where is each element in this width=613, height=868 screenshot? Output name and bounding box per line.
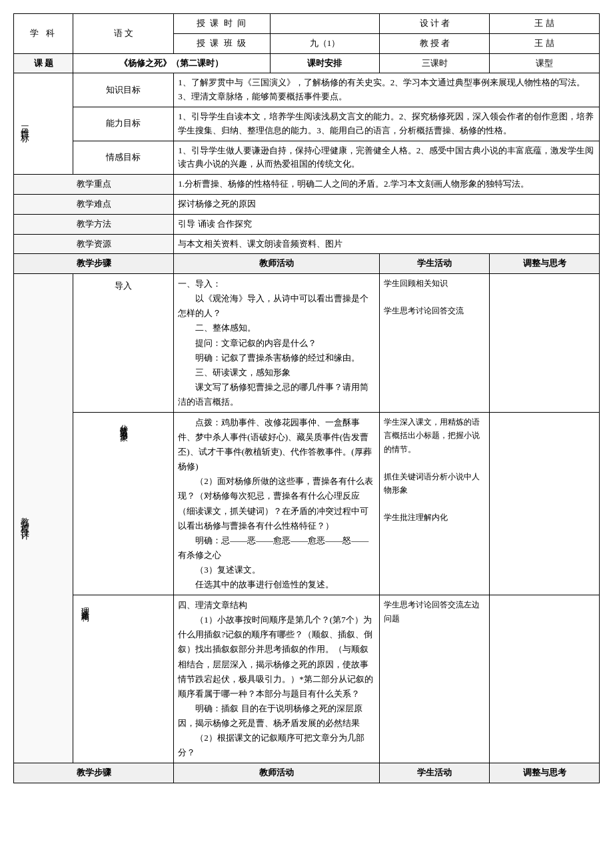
designer-value: 王 喆 <box>490 14 600 34</box>
method-label: 教学方法 <box>14 214 174 234</box>
method-value: 引导 诵读 合作探究 <box>174 214 600 234</box>
structure-content: 四、理清文章结构 （1）小故事按时间顺序是第几个？(第7个）为什么用插叙?记叙的… <box>174 595 380 763</box>
steps-header-col3: 学生活动 <box>380 254 490 274</box>
footer-col2: 教师活动 <box>174 763 380 783</box>
designer-label: 设 计 者 <box>380 14 490 34</box>
teacher-label: 教 授 者 <box>380 33 490 53</box>
course-title-value: 《杨修之死》（第二课时） <box>73 53 270 73</box>
intro-label: 导入 <box>73 274 174 413</box>
subject-value: 语 文 <box>73 14 174 54</box>
footer-col3: 学生活动 <box>380 763 490 783</box>
course-title-label: 课 题 <box>14 53 73 73</box>
intro-notes <box>490 274 600 413</box>
time-value <box>270 14 380 34</box>
ability-value: 1、引导学生自读本文，培养学生阅读浅易文言文的能力。2、探究杨修死因，深入领会作… <box>174 107 600 141</box>
analysis-label: 分析情节人物形象 <box>73 413 174 595</box>
process-label: 教学过程设计 <box>14 274 73 763</box>
course-type-label: 课型 <box>490 53 600 73</box>
subject-label: 学 科 <box>14 14 73 54</box>
key-points-label: 教学重点 <box>14 175 174 195</box>
resources-value: 与本文相关资料、课文朗读音频资料、图片 <box>174 234 600 254</box>
emotion-label: 情感目标 <box>73 141 174 175</box>
difficulty-value: 探讨杨修之死的原因 <box>174 194 600 214</box>
structure-notes <box>490 595 600 763</box>
intro-student: 学生回顾相关知识 学生思考讨论回答交流 <box>380 274 490 413</box>
structure-label: 理清文章结构 <box>73 595 174 763</box>
steps-header-col2: 教师活动 <box>174 254 380 274</box>
intro-content: 一、导入： 以《观沧海》导入，从诗中可以看出曹操是个怎样的人？ 二、整体感知。 … <box>174 274 380 413</box>
steps-header-col1: 教学步骤 <box>14 254 174 274</box>
ability-label: 能力目标 <box>73 107 174 141</box>
arrangement-value: 三课时 <box>380 53 490 73</box>
footer-col4: 调整与思考 <box>490 763 600 783</box>
resources-label: 教学资源 <box>14 234 174 254</box>
footer-col1: 教学步骤 <box>14 763 174 783</box>
time-label: 授 课 时 间 <box>174 14 270 34</box>
emotion-value: 1、引导学生做人要谦逊自持，保持心理健康，完善健全人格。2、感受中国古典小说的丰… <box>174 141 600 175</box>
structure-student: 学生思考讨论回答交流左边问题 <box>380 595 490 763</box>
analysis-content: 点拨：鸡肋事件、改修花园事仲、一盒酥事件、梦中杀人事件(语破好心)、藏吴质事件(… <box>174 413 380 595</box>
analysis-student: 学生深入课文，用精炼的语言概括出小标题，把握小说的情节。 抓住关键词语分析小说中… <box>380 413 490 595</box>
arrangement-label: 课时安排 <box>270 53 380 73</box>
analysis-notes <box>490 413 600 595</box>
teacher-value: 王 喆 <box>490 33 600 53</box>
knowledge-label: 知识目标 <box>73 73 174 107</box>
difficulty-label: 教学难点 <box>14 194 174 214</box>
steps-header-col4: 调整与思考 <box>490 254 600 274</box>
class-label: 授 课 班 级 <box>174 33 270 53</box>
objectives-section-label: 三维目标 <box>14 73 73 175</box>
key-points-value: 1.分析曹操、杨修的性格特征，明确二人之间的矛盾。2.学习本文刻画人物形象的独特… <box>174 175 600 195</box>
class-value: 九（1） <box>270 33 380 53</box>
knowledge-value: 1、了解罗贯中与《三国演义》，了解杨修的有关史实。2、学习本文通过典型事例来展现… <box>174 73 600 107</box>
